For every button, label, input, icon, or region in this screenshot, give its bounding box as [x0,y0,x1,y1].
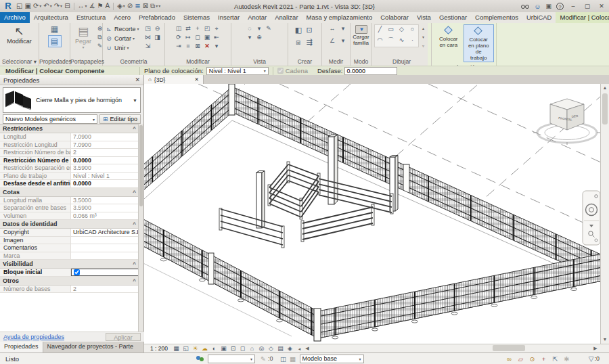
ribbon-tab[interactable]: Archivo [0,12,30,23]
rendering-dialog-icon[interactable]: ◐ [210,345,218,352]
offset-input[interactable] [344,67,397,75]
view-tool-icon[interactable]: ▾ [255,24,264,32]
draw-tool-icon[interactable]: ○ [407,25,418,33]
show-crop-region-icon[interactable]: ⊡ [229,345,237,352]
draw-scroll-icon[interactable]: ▾ [420,33,426,41]
paste-button[interactable]: ▤ Pegar▾ [72,24,94,50]
view-tab-close-icon[interactable]: ✕ [194,76,199,83]
scroll-down-icon[interactable]: ▼ [601,336,609,344]
material-browser-icon[interactable]: ▦ [49,24,61,35]
worksharing-display-icon[interactable]: ◫ [279,355,288,363]
save-icon[interactable]: ▣ [24,1,30,11]
detail-level-icon[interactable]: ▦ [173,345,180,352]
join-button[interactable]: ∪ Unir ▾ [105,43,141,52]
scroll-up-icon[interactable]: ▲ [601,84,609,92]
draw-scroll-icon[interactable]: ▴ [420,24,426,32]
view-bar-collapse-icon[interactable]: ◂ [296,345,303,352]
type-selector-dropdown-icon[interactable]: ▼ [133,98,140,103]
view-tool-icon[interactable]: ▾ [246,33,254,41]
switch-windows-icon[interactable]: ⧉ [150,1,155,11]
property-value[interactable]: 0.066 m³ [71,212,139,220]
sync-dropdown-icon[interactable]: ▾ [39,1,41,11]
ribbon-tab[interactable]: UrbiCAD [522,12,556,23]
shadows-icon[interactable]: ☁ [201,345,208,352]
measure-tool-icon[interactable]: ↔ [328,24,337,32]
cut-button[interactable]: ⊘ Cortar ▾ [105,34,141,43]
ribbon-tab[interactable]: Vista [413,12,435,23]
draw-tool-icon[interactable]: ⌒ [386,36,396,44]
property-value[interactable]: Nivel : Nivel 1 [71,173,139,180]
close-button[interactable]: ✕ [597,3,606,9]
create-tool-icon[interactable]: ⧈ [294,37,303,45]
draw-tool-icon[interactable]: ╱ [375,25,385,33]
property-value[interactable]: 3.5900 [71,164,139,172]
3d-dropdown-icon[interactable]: ▾ [123,1,125,11]
section-icon[interactable]: ⊘ [127,1,133,11]
create-tool-icon[interactable]: ⇶ [305,37,314,45]
vertical-scrollbar[interactable]: ▲ ▼ [600,84,609,344]
panel-label-select[interactable]: Seleccionar ▾ [0,58,39,66]
measure-tool-icon[interactable]: ∠ [328,37,337,45]
property-value[interactable]: 3.5000 [71,197,139,204]
selection-filter[interactable]: ▽ :0 [589,355,600,363]
view-tool-icon[interactable]: ✎ [265,24,273,32]
properties-close-icon[interactable]: ✕ [135,76,140,83]
modify-tool-icon[interactable]: ↦ [184,33,193,41]
geometry-tool-icon[interactable]: ⊖ [153,24,162,32]
geometry-tool-icon[interactable]: ◨ [153,33,162,41]
drag-on-selection-icon[interactable]: ⇱ [551,355,560,363]
modify-button[interactable]: ↖ Modificar [4,24,35,45]
tab-navegador-proyectos[interactable]: Navegador de proyectos - Parte 1.rvt [43,342,144,352]
displaced-elements-icon[interactable]: ▤ [277,345,284,352]
modify-tool-icon[interactable]: ✕ [203,42,212,50]
draw-scroll-icon[interactable]: ▿ [420,42,426,50]
property-value[interactable]: UrbiCAD Architecture S.L. © [71,229,139,236]
properties-header[interactable]: Propiedades ✕ [0,75,143,85]
section-header-otros[interactable]: Otros^ [0,277,139,286]
measure-icon[interactable]: ↔ [78,1,85,11]
load-family-button[interactable]: ▼ Cargar familia [350,24,371,47]
property-value[interactable]: 7.0900 [71,133,139,141]
measure-dropdown-icon[interactable]: ▾ [85,1,87,11]
reveal-constraints-icon[interactable]: ◈ [286,345,294,352]
select-pinned-icon[interactable]: ⊙ [528,355,537,363]
property-value[interactable]: 0.0000 [71,180,139,187]
modify-tool-icon[interactable]: ◫ [175,24,183,32]
open-icon[interactable]: ◱ [16,1,22,11]
ribbon-tab[interactable]: Colaborar [376,12,413,23]
text-icon[interactable]: A [105,1,110,11]
select-by-face-icon[interactable]: + [539,355,548,363]
scale-button[interactable]: 1 : 200 [148,344,171,352]
draw-tool-icon[interactable]: ∿ [397,36,407,44]
modify-tool-icon[interactable]: ≡ [184,42,193,50]
property-value[interactable]: 7.0900 [71,141,139,149]
apply-button[interactable]: Aplicar [106,333,141,341]
view-tool-icon[interactable]: ⊕ [255,33,264,41]
sun-path-icon[interactable]: ☀ [191,345,199,352]
modify-tool-icon[interactable]: ▾ [212,42,221,50]
ribbon-tab[interactable]: Sistemas [179,12,214,23]
modify-tool-icon[interactable]: ⊠ [194,42,202,50]
switch-windows-dropdown-icon[interactable]: ▾ [156,1,158,11]
property-value[interactable] [71,237,139,244]
lock-3d-view-icon[interactable]: ◻ [239,345,246,352]
geometry-tool-icon[interactable]: ⋈ [143,33,152,41]
draw-tool-icon[interactable]: ◇ [397,25,407,33]
workset-select[interactable]: ▾ [208,355,255,363]
bloque-inicial-checkbox[interactable] [74,269,80,275]
property-value[interactable] [71,244,139,252]
modify-tool-icon[interactable]: ⌖ [212,24,221,32]
select-underlay-icon[interactable]: ▱ [516,355,525,363]
property-value[interactable]: 2 [71,286,139,293]
aligned-dimension-icon[interactable]: ∡ [89,1,95,11]
geometry-tool-icon[interactable]: ◳ [143,24,152,32]
search-icon[interactable] [521,3,529,10]
property-value[interactable]: 3.5900 [71,204,139,212]
reveal-hidden-elements-icon[interactable]: ◎ [258,345,265,352]
3d-view-canvas[interactable]: FRONTAL DER [144,84,600,344]
ribbon-tab[interactable]: Prefabricado [135,12,179,23]
close-hidden-windows-icon[interactable]: ⊠ [143,1,148,11]
visual-style-icon[interactable]: ◱ [182,345,189,352]
modify-tool-icon[interactable]: + [194,24,202,32]
revit-logo-icon[interactable]: R [3,1,14,11]
